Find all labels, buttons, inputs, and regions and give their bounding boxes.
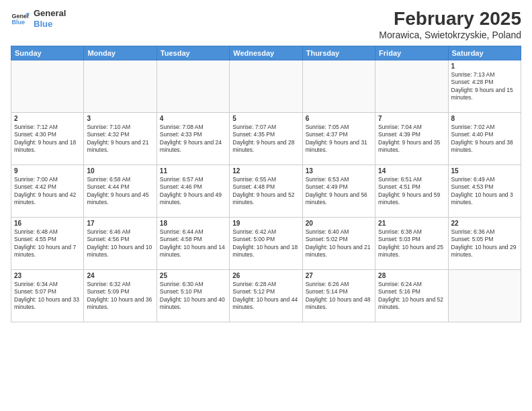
calendar-cell: 28Sunrise: 6:24 AM Sunset: 5:16 PM Dayli… — [375, 270, 448, 322]
calendar-week-row: 1Sunrise: 7:13 AM Sunset: 4:28 PM Daylig… — [11, 60, 521, 113]
day-number: 21 — [378, 220, 445, 227]
day-number: 17 — [87, 220, 153, 227]
day-info: Sunrise: 6:26 AM Sunset: 5:14 PM Dayligh… — [306, 281, 372, 312]
logo-text-general: General — [34, 8, 66, 19]
title-block: February 2025 Morawica, Swietokrzyskie, … — [379, 8, 521, 40]
day-number: 18 — [160, 220, 226, 227]
day-number: 10 — [87, 167, 153, 175]
calendar-cell: 22Sunrise: 6:36 AM Sunset: 5:05 PM Dayli… — [448, 218, 521, 270]
subtitle: Morawica, Swietokrzyskie, Poland — [379, 30, 521, 40]
day-info: Sunrise: 6:34 AM Sunset: 5:07 PM Dayligh… — [14, 281, 81, 312]
calendar-cell: 8Sunrise: 7:02 AM Sunset: 4:40 PM Daylig… — [448, 113, 521, 165]
calendar-cell: 24Sunrise: 6:32 AM Sunset: 5:09 PM Dayli… — [84, 270, 157, 322]
calendar-cell: 25Sunrise: 6:30 AM Sunset: 5:10 PM Dayli… — [157, 270, 229, 322]
day-info: Sunrise: 6:46 AM Sunset: 4:56 PM Dayligh… — [87, 228, 153, 259]
day-header-saturday: Saturday — [448, 46, 521, 60]
day-info: Sunrise: 7:00 AM Sunset: 4:42 PM Dayligh… — [14, 176, 81, 207]
calendar-cell: 26Sunrise: 6:28 AM Sunset: 5:12 PM Dayli… — [230, 270, 302, 322]
day-number: 24 — [87, 272, 153, 279]
calendar-cell — [11, 60, 84, 113]
day-info: Sunrise: 6:36 AM Sunset: 5:05 PM Dayligh… — [451, 228, 518, 259]
day-number: 7 — [378, 115, 445, 122]
day-info: Sunrise: 6:40 AM Sunset: 5:02 PM Dayligh… — [306, 228, 372, 259]
day-number: 13 — [306, 167, 372, 175]
calendar-week-row: 16Sunrise: 6:48 AM Sunset: 4:55 PM Dayli… — [11, 218, 521, 270]
day-info: Sunrise: 6:38 AM Sunset: 5:03 PM Dayligh… — [378, 228, 445, 259]
day-info: Sunrise: 6:30 AM Sunset: 5:10 PM Dayligh… — [160, 281, 226, 312]
main-title: February 2025 — [379, 8, 521, 30]
calendar-table: SundayMondayTuesdayWednesdayThursdayFrid… — [11, 46, 521, 322]
day-number: 27 — [306, 272, 372, 279]
day-info: Sunrise: 6:57 AM Sunset: 4:46 PM Dayligh… — [160, 176, 226, 207]
calendar-cell: 1Sunrise: 7:13 AM Sunset: 4:28 PM Daylig… — [448, 60, 521, 113]
day-info: Sunrise: 6:32 AM Sunset: 5:09 PM Dayligh… — [87, 281, 153, 312]
day-header-sunday: Sunday — [11, 46, 84, 60]
logo-icon: General Blue — [11, 9, 30, 28]
calendar-cell: 6Sunrise: 7:05 AM Sunset: 4:37 PM Daylig… — [302, 113, 375, 165]
page: General Blue General Blue February 2025 … — [0, 0, 532, 411]
day-number: 14 — [378, 167, 445, 175]
calendar-cell — [302, 60, 375, 113]
day-info: Sunrise: 6:28 AM Sunset: 5:12 PM Dayligh… — [232, 281, 299, 312]
calendar-cell: 5Sunrise: 7:07 AM Sunset: 4:35 PM Daylig… — [230, 113, 302, 165]
calendar-cell: 21Sunrise: 6:38 AM Sunset: 5:03 PM Dayli… — [375, 218, 448, 270]
calendar-cell: 3Sunrise: 7:10 AM Sunset: 4:32 PM Daylig… — [84, 113, 157, 165]
day-info: Sunrise: 7:04 AM Sunset: 4:39 PM Dayligh… — [378, 124, 445, 154]
day-info: Sunrise: 6:51 AM Sunset: 4:51 PM Dayligh… — [378, 176, 445, 207]
day-number: 28 — [378, 272, 445, 279]
calendar-cell: 10Sunrise: 6:58 AM Sunset: 4:44 PM Dayli… — [84, 165, 157, 218]
calendar-cell: 27Sunrise: 6:26 AM Sunset: 5:14 PM Dayli… — [302, 270, 375, 322]
day-number: 25 — [160, 272, 226, 279]
day-header-tuesday: Tuesday — [157, 46, 229, 60]
day-number: 23 — [14, 272, 81, 279]
day-info: Sunrise: 6:49 AM Sunset: 4:53 PM Dayligh… — [451, 176, 518, 207]
calendar-cell: 20Sunrise: 6:40 AM Sunset: 5:02 PM Dayli… — [302, 218, 375, 270]
logo: General Blue General Blue — [11, 8, 66, 29]
day-info: Sunrise: 7:13 AM Sunset: 4:28 PM Dayligh… — [451, 71, 518, 102]
day-number: 3 — [87, 115, 153, 122]
calendar-cell — [448, 270, 521, 322]
day-number: 20 — [306, 220, 372, 227]
day-info: Sunrise: 7:12 AM Sunset: 4:30 PM Dayligh… — [14, 124, 81, 154]
day-number: 11 — [160, 167, 226, 175]
day-info: Sunrise: 6:44 AM Sunset: 4:58 PM Dayligh… — [160, 228, 226, 259]
day-number: 2 — [14, 115, 81, 122]
calendar-cell — [84, 60, 157, 113]
day-info: Sunrise: 7:05 AM Sunset: 4:37 PM Dayligh… — [306, 124, 372, 154]
day-number: 4 — [160, 115, 226, 122]
day-number: 12 — [232, 167, 299, 175]
calendar-week-row: 23Sunrise: 6:34 AM Sunset: 5:07 PM Dayli… — [11, 270, 521, 322]
calendar-cell: 16Sunrise: 6:48 AM Sunset: 4:55 PM Dayli… — [11, 218, 84, 270]
calendar-cell: 18Sunrise: 6:44 AM Sunset: 4:58 PM Dayli… — [157, 218, 229, 270]
day-number: 16 — [14, 220, 81, 227]
calendar-cell: 7Sunrise: 7:04 AM Sunset: 4:39 PM Daylig… — [375, 113, 448, 165]
calendar-cell: 13Sunrise: 6:53 AM Sunset: 4:49 PM Dayli… — [302, 165, 375, 218]
day-info: Sunrise: 6:55 AM Sunset: 4:48 PM Dayligh… — [232, 176, 299, 207]
day-header-monday: Monday — [84, 46, 157, 60]
calendar-cell: 4Sunrise: 7:08 AM Sunset: 4:33 PM Daylig… — [157, 113, 229, 165]
svg-text:Blue: Blue — [11, 19, 25, 26]
day-info: Sunrise: 7:08 AM Sunset: 4:33 PM Dayligh… — [160, 124, 226, 154]
calendar-cell: 23Sunrise: 6:34 AM Sunset: 5:07 PM Dayli… — [11, 270, 84, 322]
day-number: 19 — [232, 220, 299, 227]
calendar-cell — [375, 60, 448, 113]
day-number: 15 — [451, 167, 518, 175]
calendar-cell: 12Sunrise: 6:55 AM Sunset: 4:48 PM Dayli… — [230, 165, 302, 218]
day-info: Sunrise: 6:42 AM Sunset: 5:00 PM Dayligh… — [232, 228, 299, 259]
calendar-cell: 2Sunrise: 7:12 AM Sunset: 4:30 PM Daylig… — [11, 113, 84, 165]
logo-text-blue: Blue — [34, 19, 66, 30]
day-info: Sunrise: 6:24 AM Sunset: 5:16 PM Dayligh… — [378, 281, 445, 312]
day-info: Sunrise: 7:10 AM Sunset: 4:32 PM Dayligh… — [87, 124, 153, 154]
day-info: Sunrise: 6:53 AM Sunset: 4:49 PM Dayligh… — [306, 176, 372, 207]
day-number: 6 — [306, 115, 372, 122]
day-info: Sunrise: 6:48 AM Sunset: 4:55 PM Dayligh… — [14, 228, 81, 259]
day-header-thursday: Thursday — [302, 46, 375, 60]
day-info: Sunrise: 7:02 AM Sunset: 4:40 PM Dayligh… — [451, 124, 518, 154]
calendar-week-row: 9Sunrise: 7:00 AM Sunset: 4:42 PM Daylig… — [11, 165, 521, 218]
day-number: 5 — [232, 115, 299, 122]
calendar-cell — [230, 60, 302, 113]
day-header-friday: Friday — [375, 46, 448, 60]
calendar-cell — [157, 60, 229, 113]
day-number: 8 — [451, 115, 518, 122]
day-info: Sunrise: 6:58 AM Sunset: 4:44 PM Dayligh… — [87, 176, 153, 207]
